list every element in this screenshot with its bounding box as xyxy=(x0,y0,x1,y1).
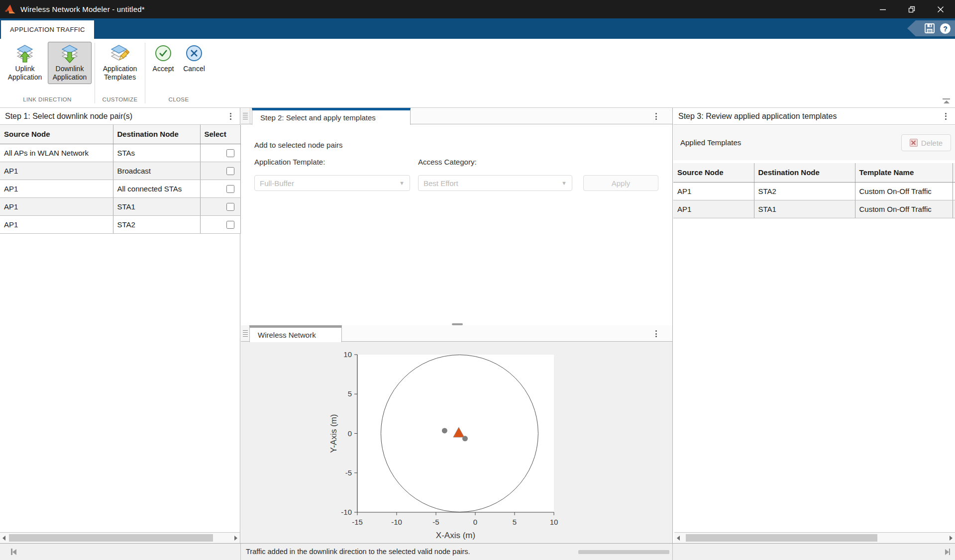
status-segment-right xyxy=(672,544,955,560)
svg-text:Y-Axis (m): Y-Axis (m) xyxy=(329,414,338,453)
step2-section: Step 2: Select and apply templates Add t… xyxy=(241,108,672,323)
layers-down-arrow-icon xyxy=(60,44,79,63)
source-node-cell: AP1 xyxy=(0,215,113,233)
title-bar: Wireless Network Modeler - untitled* xyxy=(0,0,955,18)
select-cell xyxy=(200,162,240,180)
blue-x-circle-icon xyxy=(185,44,203,63)
help-icon[interactable]: ? xyxy=(940,23,951,34)
button-label: Application xyxy=(103,65,137,73)
drag-handle-icon[interactable] xyxy=(241,108,250,124)
chevron-down-icon: ▼ xyxy=(399,180,405,186)
panel-step2: Step 2: Select and apply templates Add t… xyxy=(241,108,673,543)
table-row[interactable]: AP1STA2 xyxy=(0,215,240,233)
step2-tab-strip: Step 2: Select and apply templates xyxy=(241,108,672,124)
scroll-left-arrow-icon[interactable] xyxy=(674,533,682,543)
tab-step2[interactable]: Step 2: Select and apply templates xyxy=(252,108,411,125)
downlink-application-button[interactable]: Downlink Application xyxy=(48,42,92,84)
skip-start-icon[interactable] xyxy=(11,549,16,555)
table-row[interactable]: AP1STA2Custom On-Off Traffic xyxy=(673,182,955,200)
column-select: Select xyxy=(200,125,240,144)
row-select-checkbox[interactable] xyxy=(226,149,234,157)
button-label: Application xyxy=(53,73,87,82)
status-segment-center: Traffic added in the downlink direction … xyxy=(240,544,672,560)
app-window: Wireless Network Modeler - untitled* APP… xyxy=(0,0,955,560)
table-row[interactable]: AP1STA1Custom On-Off Traffic xyxy=(673,200,955,218)
toolbar-group-close: Accept Cancel CLOSE xyxy=(145,39,212,107)
table-row[interactable]: AP1Broadcast xyxy=(0,162,240,180)
green-check-circle-icon xyxy=(154,44,172,63)
row-select-checkbox[interactable] xyxy=(226,203,234,211)
scroll-right-arrow-icon[interactable] xyxy=(947,533,955,543)
apply-button[interactable]: Apply xyxy=(583,175,658,191)
access-category-label: Access Category: xyxy=(418,158,477,166)
status-message: Traffic added in the downlink direction … xyxy=(246,548,470,556)
table-row[interactable]: AP1STA1 xyxy=(0,197,240,215)
tab-wireless-network[interactable]: Wireless Network xyxy=(249,325,342,342)
row-select-checkbox[interactable] xyxy=(226,221,234,229)
scrollbar-thumb[interactable] xyxy=(9,534,213,542)
application-template-dropdown[interactable]: Full-Buffer ▼ xyxy=(254,175,410,191)
minimize-button[interactable] xyxy=(868,0,897,18)
select-cell xyxy=(200,144,240,162)
destination-node-cell: STA1 xyxy=(754,200,855,218)
svg-text:-10: -10 xyxy=(391,518,402,526)
scrollbar-thumb[interactable] xyxy=(686,534,877,542)
access-category-dropdown[interactable]: Best Effort ▼ xyxy=(418,175,572,191)
step3-title: Step 3: Review applied application templ… xyxy=(678,112,837,121)
source-node-cell: All APs in WLAN Network xyxy=(0,144,113,162)
application-template-value: Full-Buffer xyxy=(260,179,294,187)
applied-templates-toolbar: Applied Templates Delete xyxy=(673,125,955,160)
close-button[interactable] xyxy=(926,0,955,18)
destination-node-cell: STAs xyxy=(113,144,200,162)
table-row[interactable]: AP1All connected STAs xyxy=(0,180,240,197)
source-node-cell: AP1 xyxy=(673,182,754,200)
restore-button[interactable] xyxy=(897,0,926,18)
skip-end-icon[interactable] xyxy=(945,549,951,555)
row-select-checkbox[interactable] xyxy=(226,167,234,175)
main-area: Step 1: Select downlink node pair(s) Sou… xyxy=(0,108,955,543)
tab-application-traffic[interactable]: APPLICATION TRAFFIC xyxy=(1,20,94,39)
add-to-node-pairs-label: Add to selected node pairs xyxy=(254,141,343,149)
destination-node-cell: STA2 xyxy=(113,215,200,233)
clipped-cell xyxy=(953,182,955,200)
panel-step3: Step 3: Review applied application templ… xyxy=(673,108,955,543)
svg-text:10: 10 xyxy=(343,350,352,359)
kebab-menu-icon[interactable] xyxy=(651,111,660,122)
svg-text:?: ? xyxy=(943,24,948,32)
restore-icon xyxy=(908,6,915,13)
delete-button[interactable]: Delete xyxy=(901,134,951,151)
collapse-ribbon-icon[interactable] xyxy=(943,98,950,103)
row-select-checkbox[interactable] xyxy=(226,185,234,193)
kebab-menu-icon[interactable] xyxy=(941,111,950,122)
matlab-logo-icon xyxy=(4,3,16,15)
template-name-cell: Custom On-Off Traffic xyxy=(855,200,953,218)
layers-pencil-icon xyxy=(110,44,129,63)
column-source-node: Source Node xyxy=(0,125,113,144)
quick-access-toolbar: ? xyxy=(907,20,955,36)
table-row[interactable]: All APs in WLAN NetworkSTAs xyxy=(0,144,240,162)
step3-header: Step 3: Review applied application templ… xyxy=(673,108,955,125)
step3-horizontal-scrollbar[interactable] xyxy=(674,532,955,543)
column-template-name: Template Name xyxy=(855,163,953,182)
scroll-left-arrow-icon[interactable] xyxy=(0,533,8,543)
destination-node-cell: Broadcast xyxy=(113,162,200,180)
uplink-application-button[interactable]: Uplink Application xyxy=(3,42,47,84)
scroll-right-arrow-icon[interactable] xyxy=(232,533,240,543)
tab-wireless-network-label: Wireless Network xyxy=(258,331,316,339)
save-icon[interactable] xyxy=(924,23,935,34)
wireless-network-section: Wireless Network -15-10-50510-10-50510X-… xyxy=(241,325,672,543)
network-topology-plot[interactable]: -15-10-50510-10-50510X-Axis (m)Y-Axis (m… xyxy=(241,342,673,543)
accept-button[interactable]: Accept xyxy=(148,42,178,76)
kebab-menu-icon[interactable] xyxy=(226,111,235,122)
network-tab-strip: Wireless Network xyxy=(241,325,672,342)
cancel-button[interactable]: Cancel xyxy=(179,42,209,76)
kebab-menu-icon[interactable] xyxy=(651,328,660,339)
application-templates-button[interactable]: Application Templates xyxy=(98,42,142,84)
step1-horizontal-scrollbar[interactable] xyxy=(0,532,240,543)
svg-text:-5: -5 xyxy=(432,518,439,526)
svg-text:-15: -15 xyxy=(352,518,363,526)
svg-text:X-Axis (m): X-Axis (m) xyxy=(436,531,475,540)
applied-templates-label: Applied Templates xyxy=(680,138,741,147)
destination-node-cell: All connected STAs xyxy=(113,180,200,197)
destination-node-cell: STA2 xyxy=(754,182,855,200)
